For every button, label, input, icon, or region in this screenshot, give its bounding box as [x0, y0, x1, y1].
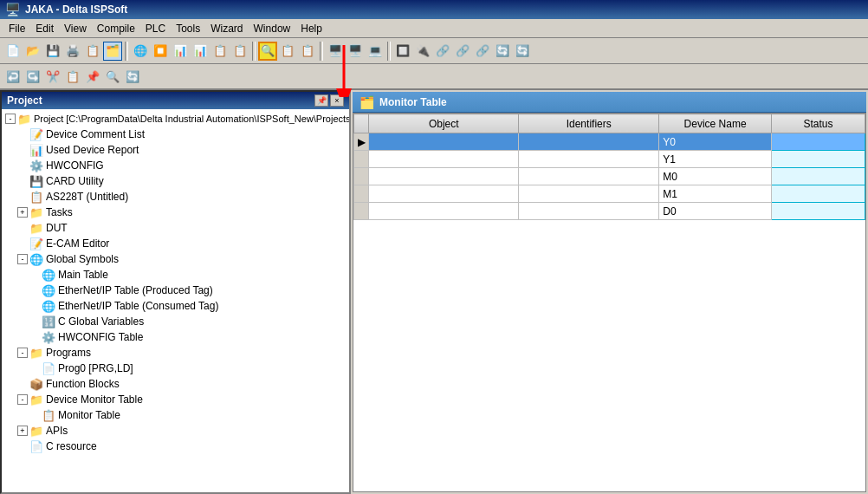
- new-btn[interactable]: 📄: [3, 42, 23, 61]
- tree-item-global-symbols[interactable]: - 🌐 Global Symbols: [2, 251, 349, 267]
- replace-btn[interactable]: 🔄: [123, 67, 142, 86]
- device-monitor-expand[interactable]: -: [17, 394, 28, 405]
- row-object[interactable]: [369, 203, 519, 220]
- row-identifiers[interactable]: [519, 168, 659, 185]
- monitor-btn[interactable]: 🗂️: [103, 42, 122, 61]
- row-object[interactable]: [369, 151, 519, 168]
- undo-btn[interactable]: ↩️: [3, 67, 23, 86]
- btn3[interactable]: 📊: [171, 42, 190, 61]
- tree-item-monitor-table[interactable]: 📋 Monitor Table: [2, 407, 349, 423]
- row-device-name[interactable]: M0: [659, 168, 772, 185]
- dut-icon: 📁: [29, 222, 43, 235]
- globe-btn[interactable]: 🌐: [131, 42, 150, 61]
- table-row[interactable]: M1: [354, 185, 865, 203]
- highlight-btn3[interactable]: 📋: [298, 42, 317, 61]
- print-btn[interactable]: 🖨️: [63, 42, 82, 61]
- table-row[interactable]: ▶Y0: [354, 133, 865, 151]
- tree-item-ethernet-produced[interactable]: 🌐 EtherNet/IP Table (Produced Tag): [2, 283, 349, 298]
- highlight-btn2[interactable]: 📋: [278, 42, 297, 61]
- menu-edit[interactable]: Edit: [30, 21, 59, 36]
- root-expand[interactable]: -: [5, 114, 16, 124]
- connect-btn3[interactable]: 🔗: [453, 42, 472, 61]
- row-object[interactable]: [369, 168, 519, 185]
- menu-plc[interactable]: PLC: [140, 21, 171, 36]
- paste-btn[interactable]: 📌: [83, 67, 102, 86]
- menu-wizard[interactable]: Wizard: [205, 21, 248, 36]
- row-identifiers[interactable]: [519, 185, 659, 203]
- tree-item-device-comment[interactable]: 📝 Device Comment List: [2, 127, 349, 142]
- highlight-btn1[interactable]: 🔍: [258, 42, 277, 61]
- copy-btn[interactable]: 📋: [63, 67, 82, 86]
- panel-pin-btn[interactable]: 📌: [314, 94, 328, 107]
- row-identifiers[interactable]: [519, 203, 659, 220]
- tree-item-ecam[interactable]: 📝 E-CAM Editor: [2, 236, 349, 251]
- grid-btn[interactable]: 🔲: [393, 42, 412, 61]
- tree-item-hwconfig-table[interactable]: ⚙️ HWCONFIG Table: [2, 329, 349, 345]
- tree-item-apis[interactable]: + 📁 APIs: [2, 423, 349, 439]
- table-row[interactable]: D0: [354, 203, 865, 220]
- menu-view[interactable]: View: [59, 21, 92, 36]
- panel-close-btn[interactable]: ×: [330, 94, 344, 107]
- used-device-icon: 📊: [29, 144, 43, 157]
- tree-item-card[interactable]: 💾 CARD Utility: [2, 173, 349, 189]
- connect-btn5[interactable]: 🔄: [493, 42, 512, 61]
- open-btn[interactable]: 📂: [23, 42, 42, 61]
- connect-btn4[interactable]: 🔗: [473, 42, 492, 61]
- row-status[interactable]: [771, 168, 865, 185]
- cut-btn[interactable]: ✂️: [43, 67, 62, 86]
- apis-expand[interactable]: +: [17, 426, 28, 436]
- row-status[interactable]: [771, 203, 865, 220]
- th-identifiers: Identifiers: [519, 114, 659, 133]
- monitor-table-btn3[interactable]: 💻: [366, 42, 385, 61]
- tree-item-main-table[interactable]: 🌐 Main Table: [2, 267, 349, 283]
- tree-item-c-resource[interactable]: 📄 C resource: [2, 439, 349, 454]
- project-panel: Project 📌 × - 📁 Project [C:\ProgramData\…: [0, 90, 351, 494]
- tree-item-used-device[interactable]: 📊 Used Device Report: [2, 142, 349, 158]
- btn6[interactable]: 📋: [230, 42, 249, 61]
- row-status[interactable]: [771, 151, 865, 168]
- global-symbols-expand[interactable]: -: [17, 254, 28, 264]
- tree-item-hwconfig[interactable]: ⚙️ HWCONFIG: [2, 158, 349, 173]
- menu-help[interactable]: Help: [295, 21, 327, 36]
- tree-item-programs[interactable]: - 📁 Programs: [2, 345, 349, 361]
- connect-btn6[interactable]: 🔄: [513, 42, 532, 61]
- stop-btn[interactable]: ⏹️: [151, 42, 170, 61]
- tree-item-ethernet-consumed[interactable]: 🌐 EtherNet/IP Table (Consumed Tag): [2, 298, 349, 314]
- tree-root[interactable]: - 📁 Project [C:\ProgramData\Delta Indust…: [2, 111, 349, 127]
- connect-btn1[interactable]: 🔌: [413, 42, 432, 61]
- tasks-expand[interactable]: +: [17, 207, 28, 218]
- row-object[interactable]: [369, 185, 519, 203]
- menu-window[interactable]: Window: [249, 21, 296, 36]
- tree-item-c-global[interactable]: 🔢 C Global Variables: [2, 314, 349, 329]
- menu-compile[interactable]: Compile: [92, 21, 140, 36]
- table-row[interactable]: M0: [354, 168, 865, 185]
- preview-btn[interactable]: 📋: [83, 42, 102, 61]
- connect-btn2[interactable]: 🔗: [433, 42, 452, 61]
- row-identifiers[interactable]: [519, 151, 659, 168]
- row-device-name[interactable]: Y1: [659, 151, 772, 168]
- tree-item-dut[interactable]: 📁 DUT: [2, 220, 349, 236]
- monitor-table-btn2[interactable]: 🖥️: [346, 42, 365, 61]
- menu-tools[interactable]: Tools: [171, 21, 205, 36]
- monitor-table-btn1[interactable]: 🖥️: [326, 42, 345, 61]
- row-object[interactable]: [369, 133, 519, 151]
- programs-expand[interactable]: -: [17, 348, 28, 358]
- row-device-name[interactable]: Y0: [659, 133, 772, 151]
- menu-file[interactable]: File: [3, 21, 30, 36]
- tree-item-tasks[interactable]: + 📁 Tasks: [2, 205, 349, 220]
- tree-item-as228t[interactable]: 📋 AS228T (Untitled): [2, 189, 349, 205]
- btn5[interactable]: 📋: [211, 42, 230, 61]
- row-identifiers[interactable]: [519, 133, 659, 151]
- tree-item-device-monitor[interactable]: - 📁 Device Monitor Table: [2, 392, 349, 407]
- btn4[interactable]: 📊: [191, 42, 210, 61]
- row-device-name[interactable]: M1: [659, 185, 772, 203]
- tree-item-function-blocks[interactable]: 📦 Function Blocks: [2, 376, 349, 392]
- row-device-name[interactable]: D0: [659, 203, 772, 220]
- tree-item-prog0[interactable]: 📄 Prog0 [PRG,LD]: [2, 361, 349, 376]
- table-row[interactable]: Y1: [354, 151, 865, 168]
- row-status[interactable]: [771, 133, 865, 151]
- find-btn[interactable]: 🔍: [103, 67, 122, 86]
- redo-btn[interactable]: ↪️: [23, 67, 42, 86]
- row-status[interactable]: [771, 185, 865, 203]
- save-btn[interactable]: 💾: [43, 42, 62, 61]
